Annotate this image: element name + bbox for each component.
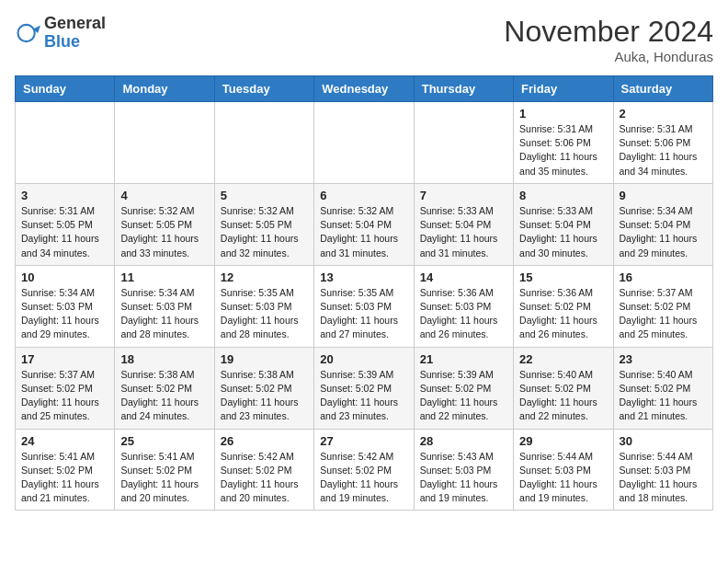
calendar-cell: 3Sunrise: 5:31 AMSunset: 5:05 PMDaylight… [16, 183, 115, 265]
day-info: Sunrise: 5:33 AMSunset: 5:04 PMDaylight:… [420, 204, 507, 260]
day-number: 10 [21, 270, 108, 284]
calendar-table: SundayMondayTuesdayWednesdayThursdayFrid… [15, 75, 713, 511]
weekday-header-thursday: Thursday [414, 76, 513, 102]
weekday-header-tuesday: Tuesday [214, 76, 313, 102]
calendar-cell: 18Sunrise: 5:38 AMSunset: 5:02 PMDayligh… [115, 347, 214, 429]
calendar-cell: 11Sunrise: 5:34 AMSunset: 5:03 PMDayligh… [115, 265, 214, 347]
calendar-cell: 16Sunrise: 5:37 AMSunset: 5:02 PMDayligh… [613, 265, 712, 347]
calendar-cell: 20Sunrise: 5:39 AMSunset: 5:02 PMDayligh… [314, 347, 414, 429]
day-info: Sunrise: 5:31 AMSunset: 5:06 PMDaylight:… [620, 122, 707, 178]
day-number: 2 [620, 107, 707, 121]
calendar-cell: 22Sunrise: 5:40 AMSunset: 5:02 PMDayligh… [514, 347, 613, 429]
day-info: Sunrise: 5:32 AMSunset: 5:04 PMDaylight:… [320, 204, 407, 260]
calendar-cell: 24Sunrise: 5:41 AMSunset: 5:02 PMDayligh… [16, 429, 115, 511]
calendar-cell: 28Sunrise: 5:43 AMSunset: 5:03 PMDayligh… [414, 429, 513, 511]
day-number: 29 [519, 434, 607, 448]
calendar-week-2: 3Sunrise: 5:31 AMSunset: 5:05 PMDaylight… [16, 183, 713, 265]
calendar-cell: 6Sunrise: 5:32 AMSunset: 5:04 PMDaylight… [314, 183, 414, 265]
day-number: 13 [320, 270, 407, 284]
location: Auka, Honduras [504, 49, 713, 64]
day-info: Sunrise: 5:36 AMSunset: 5:02 PMDaylight:… [519, 286, 607, 342]
day-info: Sunrise: 5:34 AMSunset: 5:03 PMDaylight:… [21, 286, 108, 342]
calendar-cell: 23Sunrise: 5:40 AMSunset: 5:02 PMDayligh… [613, 347, 712, 429]
day-info: Sunrise: 5:37 AMSunset: 5:02 PMDaylight:… [620, 286, 707, 342]
day-number: 28 [420, 434, 507, 448]
logo-icon [15, 20, 40, 46]
day-number: 16 [620, 270, 707, 284]
day-number: 15 [519, 270, 607, 284]
day-info: Sunrise: 5:37 AMSunset: 5:02 PMDaylight:… [21, 368, 108, 424]
day-number: 24 [21, 434, 108, 448]
day-info: Sunrise: 5:43 AMSunset: 5:03 PMDaylight:… [420, 450, 507, 506]
calendar-cell: 1Sunrise: 5:31 AMSunset: 5:06 PMDaylight… [514, 102, 613, 184]
day-number: 23 [620, 352, 707, 366]
day-number: 8 [519, 189, 607, 202]
day-info: Sunrise: 5:41 AMSunset: 5:02 PMDaylight:… [120, 450, 208, 506]
day-number: 27 [320, 434, 407, 448]
calendar-week-5: 24Sunrise: 5:41 AMSunset: 5:02 PMDayligh… [16, 429, 713, 511]
calendar-cell [16, 102, 115, 184]
day-info: Sunrise: 5:39 AMSunset: 5:02 PMDaylight:… [420, 368, 507, 424]
calendar-cell: 25Sunrise: 5:41 AMSunset: 5:02 PMDayligh… [115, 429, 214, 511]
calendar-cell [214, 102, 313, 184]
day-number: 4 [120, 189, 208, 202]
weekday-header-saturday: Saturday [613, 76, 712, 102]
calendar-cell: 7Sunrise: 5:33 AMSunset: 5:04 PMDaylight… [414, 183, 513, 265]
day-info: Sunrise: 5:35 AMSunset: 5:03 PMDaylight:… [320, 286, 407, 342]
day-number: 19 [221, 352, 308, 366]
day-info: Sunrise: 5:38 AMSunset: 5:02 PMDaylight:… [221, 368, 308, 424]
day-info: Sunrise: 5:31 AMSunset: 5:06 PMDaylight:… [519, 122, 607, 178]
calendar-cell: 8Sunrise: 5:33 AMSunset: 5:04 PMDaylight… [514, 183, 613, 265]
day-info: Sunrise: 5:36 AMSunset: 5:03 PMDaylight:… [420, 286, 507, 342]
day-info: Sunrise: 5:44 AMSunset: 5:03 PMDaylight:… [620, 450, 707, 506]
day-info: Sunrise: 5:38 AMSunset: 5:02 PMDaylight:… [120, 368, 208, 424]
calendar-cell: 21Sunrise: 5:39 AMSunset: 5:02 PMDayligh… [414, 347, 513, 429]
day-info: Sunrise: 5:39 AMSunset: 5:02 PMDaylight:… [320, 368, 407, 424]
calendar-cell: 10Sunrise: 5:34 AMSunset: 5:03 PMDayligh… [16, 265, 115, 347]
day-number: 9 [620, 189, 707, 202]
day-info: Sunrise: 5:42 AMSunset: 5:02 PMDaylight:… [320, 450, 407, 506]
day-info: Sunrise: 5:35 AMSunset: 5:03 PMDaylight:… [221, 286, 308, 342]
calendar-cell: 19Sunrise: 5:38 AMSunset: 5:02 PMDayligh… [214, 347, 313, 429]
calendar-cell: 13Sunrise: 5:35 AMSunset: 5:03 PMDayligh… [314, 265, 414, 347]
calendar-cell: 14Sunrise: 5:36 AMSunset: 5:03 PMDayligh… [414, 265, 513, 347]
day-info: Sunrise: 5:40 AMSunset: 5:02 PMDaylight:… [620, 368, 707, 424]
weekday-header-monday: Monday [115, 76, 214, 102]
logo-text: General Blue [44, 15, 106, 52]
day-number: 14 [420, 270, 507, 284]
svg-point-0 [18, 25, 35, 41]
day-info: Sunrise: 5:40 AMSunset: 5:02 PMDaylight:… [519, 368, 607, 424]
weekday-header-sunday: Sunday [16, 76, 115, 102]
calendar-week-3: 10Sunrise: 5:34 AMSunset: 5:03 PMDayligh… [16, 265, 713, 347]
calendar-cell: 15Sunrise: 5:36 AMSunset: 5:02 PMDayligh… [514, 265, 613, 347]
day-number: 5 [221, 189, 308, 202]
day-number: 17 [21, 352, 108, 366]
calendar-header: SundayMondayTuesdayWednesdayThursdayFrid… [16, 76, 713, 102]
day-info: Sunrise: 5:41 AMSunset: 5:02 PMDaylight:… [21, 450, 108, 506]
day-number: 20 [320, 352, 407, 366]
calendar-cell: 4Sunrise: 5:32 AMSunset: 5:05 PMDaylight… [115, 183, 214, 265]
day-info: Sunrise: 5:34 AMSunset: 5:03 PMDaylight:… [120, 286, 208, 342]
day-number: 6 [320, 189, 407, 202]
day-number: 21 [420, 352, 507, 366]
weekday-header-wednesday: Wednesday [314, 76, 414, 102]
calendar-cell: 30Sunrise: 5:44 AMSunset: 5:03 PMDayligh… [613, 429, 712, 511]
calendar-week-4: 17Sunrise: 5:37 AMSunset: 5:02 PMDayligh… [16, 347, 713, 429]
calendar-cell: 26Sunrise: 5:42 AMSunset: 5:02 PMDayligh… [214, 429, 313, 511]
day-number: 12 [221, 270, 308, 284]
calendar-cell: 9Sunrise: 5:34 AMSunset: 5:04 PMDaylight… [613, 183, 712, 265]
weekday-header-row: SundayMondayTuesdayWednesdayThursdayFrid… [16, 76, 713, 102]
calendar-cell: 17Sunrise: 5:37 AMSunset: 5:02 PMDayligh… [16, 347, 115, 429]
day-number: 3 [21, 189, 108, 202]
day-info: Sunrise: 5:32 AMSunset: 5:05 PMDaylight:… [221, 204, 308, 260]
logo: General Blue [15, 15, 106, 52]
calendar-cell [414, 102, 513, 184]
logo-blue: Blue [44, 33, 106, 52]
calendar-week-1: 1Sunrise: 5:31 AMSunset: 5:06 PMDaylight… [16, 102, 713, 184]
day-info: Sunrise: 5:44 AMSunset: 5:03 PMDaylight:… [519, 450, 607, 506]
calendar-cell: 29Sunrise: 5:44 AMSunset: 5:03 PMDayligh… [514, 429, 613, 511]
day-number: 7 [420, 189, 507, 202]
day-info: Sunrise: 5:42 AMSunset: 5:02 PMDaylight:… [221, 450, 308, 506]
day-number: 22 [519, 352, 607, 366]
day-number: 26 [221, 434, 308, 448]
